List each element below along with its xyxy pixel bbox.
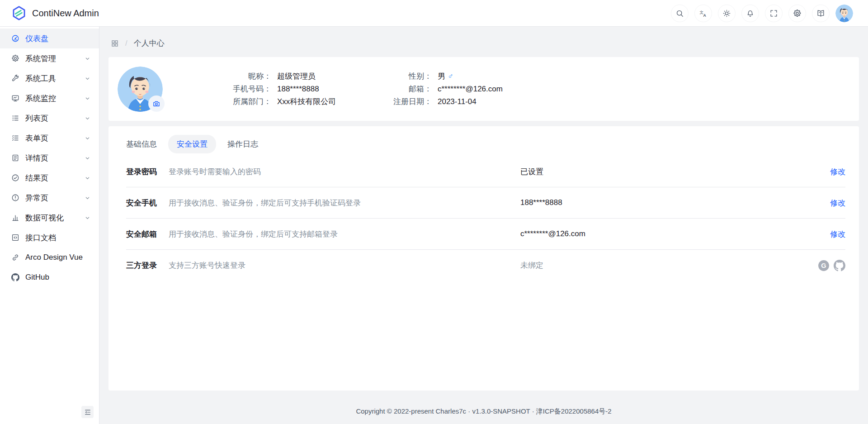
sidebar-item-label: 系统工具 [25,73,84,84]
breadcrumb-separator: / [125,39,127,48]
sidebar-item-api-docs[interactable]: 接口文档 [0,228,99,248]
row-label: 安全手机 [126,198,169,208]
tab-security-settings[interactable]: 安全设置 [168,135,216,153]
email-value: c********@126.com [438,84,503,95]
sidebar-item-form-pages[interactable]: 表单页 [0,128,99,148]
gender-value: 男 [438,71,445,82]
docs-button[interactable] [812,5,830,22]
gear-icon [793,9,802,18]
chevron-down-icon [84,95,91,102]
apps-grid-icon[interactable] [111,39,119,48]
sidebar-item-dashboard[interactable]: 仪表盘 [0,29,99,48]
modify-phone-link[interactable]: 修改 [830,198,845,208]
sidebar-item-detail-pages[interactable]: 详情页 [0,148,99,168]
sidebar-item-label: Arco Design Vue [25,253,91,262]
sidebar-item-label: 系统管理 [25,53,84,64]
monitor-icon [11,94,19,102]
check-circle-icon [11,174,19,182]
translate-icon: 文 A [699,9,708,18]
sidebar-item-result-pages[interactable]: 结果页 [0,168,99,188]
fullscreen-button[interactable] [765,5,783,22]
field-label: 所属部门： [224,96,271,107]
profile-info: 昵称： 超级管理员 手机号码： 188****8888 所属部门： Xxx科技有… [224,71,503,107]
security-row-email: 安全邮箱 用于接收消息、验证身份，绑定后可支持邮箱登录 c********@12… [126,219,845,250]
chevron-down-icon [84,55,91,62]
row-label: 安全邮箱 [126,229,169,239]
sidebar-item-system-monitor[interactable]: 系统监控 [0,88,99,108]
gitee-icon[interactable]: G [818,260,830,272]
github-icon [11,273,19,281]
sidebar-item-arco-design-vue[interactable]: Arco Design Vue [0,248,99,267]
row-description: 支持三方账号快速登录 [169,260,520,271]
field-label: 昵称： [224,71,271,82]
security-row-phone: 安全手机 用于接收消息、验证身份，绑定后可支持手机验证码登录 188****88… [126,187,845,219]
edit-avatar-button[interactable] [148,95,165,112]
avatar-image [835,5,853,22]
sidebar-item-label: 仪表盘 [25,33,91,44]
sidebar-item-label: 表单页 [25,133,84,143]
form-icon [11,134,19,142]
breadcrumb-current: 个人中心 [134,38,165,48]
tab-basic-info[interactable]: 基础信息 [126,135,157,153]
row-value: 未绑定 [520,260,818,271]
logo-hexagon-icon [11,5,27,21]
theme-toggle-button[interactable] [718,5,736,22]
camera-icon [152,100,160,108]
main-content: / 个人中心 昵称： 超级管理员 手机号码： 188****8888 [99,27,868,424]
bar-chart-icon [11,214,19,222]
sidebar-item-exception-pages[interactable]: 异常页 [0,188,99,208]
row-value: c********@126.com [520,229,830,238]
notifications-button[interactable] [741,5,759,22]
code-icon [11,233,19,242]
modify-password-link[interactable]: 修改 [830,167,845,177]
sidebar-item-data-visualization[interactable]: 数据可视化 [0,208,99,228]
menu-fold-icon [84,409,91,416]
sidebar-item-label: 结果页 [25,173,84,183]
chevron-down-icon [84,155,91,162]
bell-icon [746,9,755,18]
phone-value: 188****8888 [277,84,319,95]
row-description: 用于接收消息、验证身份，绑定后可支持邮箱登录 [169,229,520,239]
sidebar-collapse-button[interactable] [81,406,94,418]
profile-tabs: 基础信息 安全设置 操作日志 [126,133,845,154]
svg-text:G: G [821,262,826,269]
sidebar-item-label: 详情页 [25,153,84,163]
sidebar-item-system-tools[interactable]: 系统工具 [0,68,99,88]
profile-card: 昵称： 超级管理员 手机号码： 188****8888 所属部门： Xxx科技有… [108,57,859,121]
row-label: 三方登录 [126,260,169,271]
footer: Copyright © 2022-present Charles7c · v1.… [99,391,868,424]
translate-button[interactable]: 文 A [694,5,712,22]
svg-text:A: A [703,13,707,17]
security-row-third-party: 三方登录 支持三方账号快速登录 未绑定 G [126,250,845,281]
sun-icon [722,9,731,18]
row-value: 已设置 [520,167,830,177]
app-header: ContiNew Admin 文 A [0,0,868,27]
profile-avatar[interactable] [118,67,163,112]
file-icon [11,154,19,162]
copyright-text: Copyright © 2022-present Charles7c · v1.… [356,407,611,416]
chevron-down-icon [84,214,91,221]
field-label: 性别： [384,71,432,82]
tab-operation-log[interactable]: 操作日志 [227,135,258,153]
user-avatar[interactable] [835,5,853,22]
link-icon [11,253,19,262]
search-button[interactable] [671,5,689,22]
app-title: ContiNew Admin [32,8,99,19]
chevron-down-icon [84,115,91,122]
sidebar-item-system-management[interactable]: 系统管理 [0,48,99,68]
field-label: 手机号码： [224,84,271,95]
chevron-down-icon [84,195,91,201]
app-logo[interactable]: ContiNew Admin [0,5,99,21]
settings-button[interactable] [788,5,806,22]
sidebar-item-list-pages[interactable]: 列表页 [0,108,99,128]
search-icon [675,9,684,18]
sidebar-item-label: 异常页 [25,193,84,203]
fullscreen-icon [769,9,778,18]
sidebar-item-github[interactable]: GitHub [0,267,99,287]
third-party-login-icons: G [818,260,845,272]
book-icon [816,9,825,18]
row-label: 登录密码 [126,167,169,177]
modify-email-link[interactable]: 修改 [830,229,845,239]
row-description: 用于接收消息、验证身份，绑定后可支持手机验证码登录 [169,198,520,208]
github-icon[interactable] [834,260,845,272]
